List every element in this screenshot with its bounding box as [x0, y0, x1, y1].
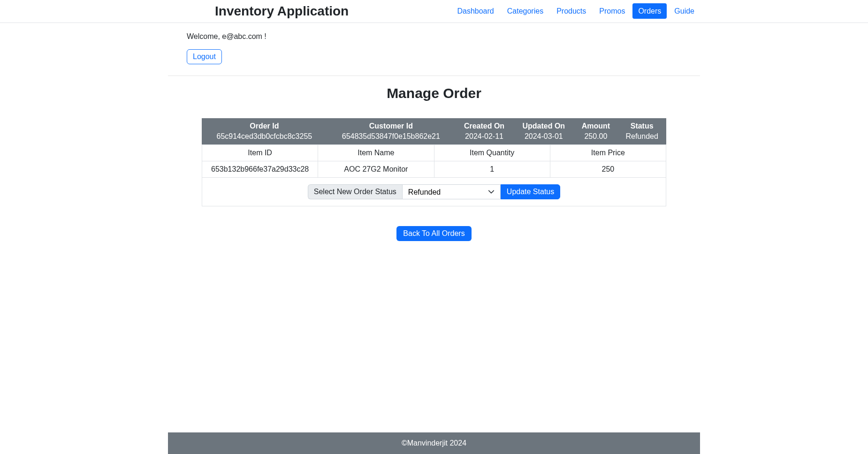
status-value: Refunded [617, 131, 666, 144]
status-form: Select New Order Status Refunded Update … [308, 184, 560, 199]
order-id-value: 65c914ced3db0cfcbc8c3255 [202, 131, 327, 144]
item-id-value: 653b132b966fe37a29d33c28 [202, 161, 318, 178]
status-select-label: Select New Order Status [308, 184, 402, 199]
page-title: Manage Order [168, 85, 700, 101]
col-item-id: Item ID [202, 145, 318, 161]
welcome-text: Welcome, e@abc.com ! [187, 32, 681, 41]
col-customer-id: Customer Id [327, 118, 455, 131]
item-price-value: 250 [550, 161, 666, 178]
item-name-value: AOC 27G2 Monitor [318, 161, 434, 178]
back-to-orders-button[interactable]: Back To All Orders [396, 226, 471, 241]
col-created-on: Created On [455, 118, 513, 131]
navbar: Inventory Application Dashboard Categori… [0, 0, 868, 23]
table-row: 653b132b966fe37a29d33c28 AOC 27G2 Monito… [202, 161, 666, 178]
nav-orders[interactable]: Orders [632, 3, 667, 19]
col-item-price: Item Price [550, 145, 666, 161]
update-status-button[interactable]: Update Status [501, 184, 560, 199]
logout-button[interactable]: Logout [187, 49, 222, 64]
item-quantity-value: 1 [434, 161, 550, 178]
nav-promos[interactable]: Promos [594, 3, 631, 19]
order-summary-table: Order Id Customer Id Created On Updated … [202, 118, 666, 144]
status-select[interactable]: Refunded [402, 184, 501, 199]
updated-on-value: 2024-03-01 [513, 131, 574, 144]
nav-links: Dashboard Categories Products Promos Ord… [451, 7, 700, 15]
nav-products[interactable]: Products [551, 3, 592, 19]
items-table: Item ID Item Name Item Quantity Item Pri… [202, 144, 666, 206]
welcome-section: Welcome, e@abc.com ! Logout [168, 23, 700, 64]
customer-id-value: 654835d53847f0e15b862e21 [327, 131, 455, 144]
divider [168, 76, 700, 76]
col-updated-on: Updated On [513, 118, 574, 131]
amount-value: 250.00 [574, 131, 618, 144]
status-row: Select New Order Status Refunded Update … [202, 178, 666, 206]
col-amount: Amount [574, 118, 618, 131]
col-item-quantity: Item Quantity [434, 145, 550, 161]
nav-categories[interactable]: Categories [502, 3, 549, 19]
col-order-id: Order Id [202, 118, 327, 131]
col-status: Status [617, 118, 666, 131]
col-item-name: Item Name [318, 145, 434, 161]
created-on-value: 2024-02-11 [455, 131, 513, 144]
nav-dashboard[interactable]: Dashboard [451, 3, 499, 19]
nav-guide[interactable]: Guide [669, 3, 700, 19]
brand-title[interactable]: Inventory Application [215, 4, 349, 19]
